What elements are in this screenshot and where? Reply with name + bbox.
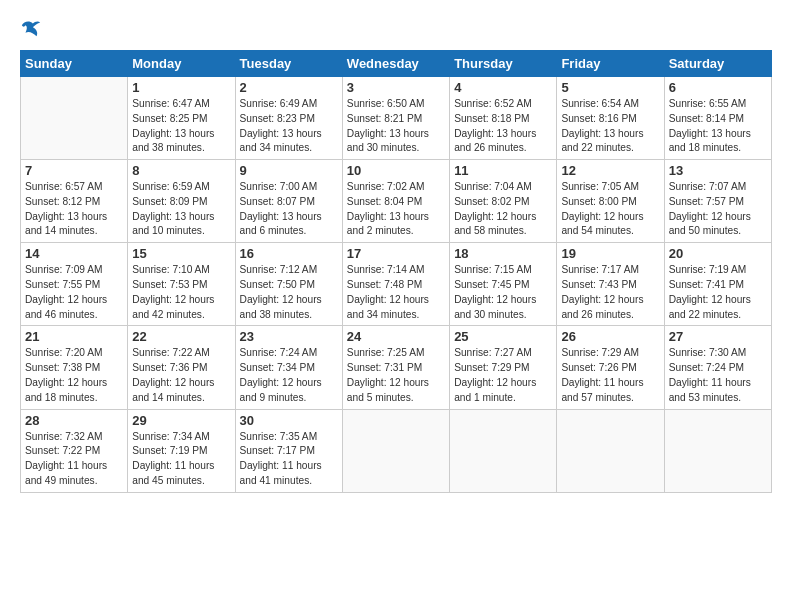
day-number: 9 xyxy=(240,163,338,178)
calendar-cell: 19Sunrise: 7:17 AMSunset: 7:43 PMDayligh… xyxy=(557,243,664,326)
logo-bird-icon xyxy=(20,18,42,40)
day-info: Sunrise: 6:55 AMSunset: 8:14 PMDaylight:… xyxy=(669,97,767,156)
day-info: Sunrise: 7:02 AMSunset: 8:04 PMDaylight:… xyxy=(347,180,445,239)
calendar-cell xyxy=(21,77,128,160)
calendar-week-1: 1Sunrise: 6:47 AMSunset: 8:25 PMDaylight… xyxy=(21,77,772,160)
day-info: Sunrise: 7:34 AMSunset: 7:19 PMDaylight:… xyxy=(132,430,230,489)
logo xyxy=(20,18,46,40)
day-number: 25 xyxy=(454,329,552,344)
day-info: Sunrise: 6:47 AMSunset: 8:25 PMDaylight:… xyxy=(132,97,230,156)
day-info: Sunrise: 7:07 AMSunset: 7:57 PMDaylight:… xyxy=(669,180,767,239)
day-number: 20 xyxy=(669,246,767,261)
calendar-cell: 6Sunrise: 6:55 AMSunset: 8:14 PMDaylight… xyxy=(664,77,771,160)
day-info: Sunrise: 7:19 AMSunset: 7:41 PMDaylight:… xyxy=(669,263,767,322)
calendar-cell: 1Sunrise: 6:47 AMSunset: 8:25 PMDaylight… xyxy=(128,77,235,160)
day-info: Sunrise: 7:10 AMSunset: 7:53 PMDaylight:… xyxy=(132,263,230,322)
calendar-cell: 25Sunrise: 7:27 AMSunset: 7:29 PMDayligh… xyxy=(450,326,557,409)
day-number: 19 xyxy=(561,246,659,261)
day-info: Sunrise: 7:05 AMSunset: 8:00 PMDaylight:… xyxy=(561,180,659,239)
day-info: Sunrise: 7:24 AMSunset: 7:34 PMDaylight:… xyxy=(240,346,338,405)
weekday-row: SundayMondayTuesdayWednesdayThursdayFrid… xyxy=(21,51,772,77)
calendar-cell: 26Sunrise: 7:29 AMSunset: 7:26 PMDayligh… xyxy=(557,326,664,409)
day-info: Sunrise: 7:00 AMSunset: 8:07 PMDaylight:… xyxy=(240,180,338,239)
calendar-cell: 10Sunrise: 7:02 AMSunset: 8:04 PMDayligh… xyxy=(342,160,449,243)
calendar-cell: 17Sunrise: 7:14 AMSunset: 7:48 PMDayligh… xyxy=(342,243,449,326)
day-info: Sunrise: 7:04 AMSunset: 8:02 PMDaylight:… xyxy=(454,180,552,239)
calendar-cell: 2Sunrise: 6:49 AMSunset: 8:23 PMDaylight… xyxy=(235,77,342,160)
day-number: 10 xyxy=(347,163,445,178)
calendar-cell xyxy=(664,409,771,492)
calendar-cell: 23Sunrise: 7:24 AMSunset: 7:34 PMDayligh… xyxy=(235,326,342,409)
calendar-cell: 20Sunrise: 7:19 AMSunset: 7:41 PMDayligh… xyxy=(664,243,771,326)
calendar-cell: 5Sunrise: 6:54 AMSunset: 8:16 PMDaylight… xyxy=(557,77,664,160)
day-number: 29 xyxy=(132,413,230,428)
calendar-cell: 4Sunrise: 6:52 AMSunset: 8:18 PMDaylight… xyxy=(450,77,557,160)
weekday-header-saturday: Saturday xyxy=(664,51,771,77)
calendar-cell: 15Sunrise: 7:10 AMSunset: 7:53 PMDayligh… xyxy=(128,243,235,326)
day-number: 15 xyxy=(132,246,230,261)
header xyxy=(20,18,772,40)
calendar-cell: 8Sunrise: 6:59 AMSunset: 8:09 PMDaylight… xyxy=(128,160,235,243)
calendar-week-5: 28Sunrise: 7:32 AMSunset: 7:22 PMDayligh… xyxy=(21,409,772,492)
day-number: 22 xyxy=(132,329,230,344)
day-info: Sunrise: 7:35 AMSunset: 7:17 PMDaylight:… xyxy=(240,430,338,489)
day-number: 16 xyxy=(240,246,338,261)
calendar-cell: 12Sunrise: 7:05 AMSunset: 8:00 PMDayligh… xyxy=(557,160,664,243)
calendar-cell: 24Sunrise: 7:25 AMSunset: 7:31 PMDayligh… xyxy=(342,326,449,409)
calendar-header: SundayMondayTuesdayWednesdayThursdayFrid… xyxy=(21,51,772,77)
calendar-table: SundayMondayTuesdayWednesdayThursdayFrid… xyxy=(20,50,772,493)
calendar-cell: 30Sunrise: 7:35 AMSunset: 7:17 PMDayligh… xyxy=(235,409,342,492)
calendar-cell: 27Sunrise: 7:30 AMSunset: 7:24 PMDayligh… xyxy=(664,326,771,409)
calendar-cell: 16Sunrise: 7:12 AMSunset: 7:50 PMDayligh… xyxy=(235,243,342,326)
day-info: Sunrise: 6:59 AMSunset: 8:09 PMDaylight:… xyxy=(132,180,230,239)
day-info: Sunrise: 7:15 AMSunset: 7:45 PMDaylight:… xyxy=(454,263,552,322)
day-info: Sunrise: 7:09 AMSunset: 7:55 PMDaylight:… xyxy=(25,263,123,322)
calendar-week-4: 21Sunrise: 7:20 AMSunset: 7:38 PMDayligh… xyxy=(21,326,772,409)
day-number: 6 xyxy=(669,80,767,95)
day-number: 28 xyxy=(25,413,123,428)
calendar-cell: 22Sunrise: 7:22 AMSunset: 7:36 PMDayligh… xyxy=(128,326,235,409)
day-number: 21 xyxy=(25,329,123,344)
calendar-cell: 3Sunrise: 6:50 AMSunset: 8:21 PMDaylight… xyxy=(342,77,449,160)
day-info: Sunrise: 6:52 AMSunset: 8:18 PMDaylight:… xyxy=(454,97,552,156)
day-info: Sunrise: 6:57 AMSunset: 8:12 PMDaylight:… xyxy=(25,180,123,239)
weekday-header-sunday: Sunday xyxy=(21,51,128,77)
day-info: Sunrise: 6:49 AMSunset: 8:23 PMDaylight:… xyxy=(240,97,338,156)
weekday-header-thursday: Thursday xyxy=(450,51,557,77)
day-number: 17 xyxy=(347,246,445,261)
day-number: 13 xyxy=(669,163,767,178)
day-info: Sunrise: 6:50 AMSunset: 8:21 PMDaylight:… xyxy=(347,97,445,156)
day-info: Sunrise: 7:22 AMSunset: 7:36 PMDaylight:… xyxy=(132,346,230,405)
calendar-cell: 7Sunrise: 6:57 AMSunset: 8:12 PMDaylight… xyxy=(21,160,128,243)
calendar-week-3: 14Sunrise: 7:09 AMSunset: 7:55 PMDayligh… xyxy=(21,243,772,326)
day-number: 26 xyxy=(561,329,659,344)
day-info: Sunrise: 7:17 AMSunset: 7:43 PMDaylight:… xyxy=(561,263,659,322)
day-info: Sunrise: 7:27 AMSunset: 7:29 PMDaylight:… xyxy=(454,346,552,405)
calendar-cell xyxy=(557,409,664,492)
day-number: 3 xyxy=(347,80,445,95)
calendar-cell: 13Sunrise: 7:07 AMSunset: 7:57 PMDayligh… xyxy=(664,160,771,243)
calendar-week-2: 7Sunrise: 6:57 AMSunset: 8:12 PMDaylight… xyxy=(21,160,772,243)
calendar-cell: 29Sunrise: 7:34 AMSunset: 7:19 PMDayligh… xyxy=(128,409,235,492)
day-number: 23 xyxy=(240,329,338,344)
day-number: 8 xyxy=(132,163,230,178)
day-number: 12 xyxy=(561,163,659,178)
day-info: Sunrise: 7:12 AMSunset: 7:50 PMDaylight:… xyxy=(240,263,338,322)
day-number: 11 xyxy=(454,163,552,178)
day-info: Sunrise: 6:54 AMSunset: 8:16 PMDaylight:… xyxy=(561,97,659,156)
day-number: 1 xyxy=(132,80,230,95)
day-info: Sunrise: 7:30 AMSunset: 7:24 PMDaylight:… xyxy=(669,346,767,405)
calendar-cell: 14Sunrise: 7:09 AMSunset: 7:55 PMDayligh… xyxy=(21,243,128,326)
page: SundayMondayTuesdayWednesdayThursdayFrid… xyxy=(0,0,792,503)
day-info: Sunrise: 7:25 AMSunset: 7:31 PMDaylight:… xyxy=(347,346,445,405)
calendar-cell xyxy=(342,409,449,492)
day-number: 27 xyxy=(669,329,767,344)
day-number: 24 xyxy=(347,329,445,344)
day-info: Sunrise: 7:32 AMSunset: 7:22 PMDaylight:… xyxy=(25,430,123,489)
weekday-header-wednesday: Wednesday xyxy=(342,51,449,77)
day-info: Sunrise: 7:14 AMSunset: 7:48 PMDaylight:… xyxy=(347,263,445,322)
day-number: 18 xyxy=(454,246,552,261)
weekday-header-tuesday: Tuesday xyxy=(235,51,342,77)
day-number: 14 xyxy=(25,246,123,261)
day-number: 7 xyxy=(25,163,123,178)
